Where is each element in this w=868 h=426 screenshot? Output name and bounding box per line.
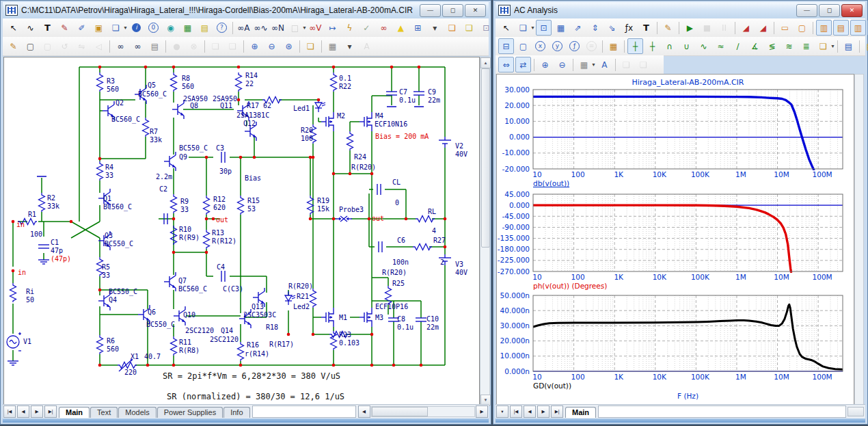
schematic-label[interactable]: BC560_C (138, 90, 167, 98)
schematic-vscrollbar[interactable]: ▲ ▼ (480, 57, 490, 406)
toolbar-button-x[interactable]: ⊡ (536, 20, 552, 36)
toolbar-button-x[interactable]: ▦ (576, 57, 592, 72)
schematic-label[interactable]: 0.1u (397, 323, 413, 331)
schematic-label[interactable]: Bias (245, 174, 261, 182)
schematic-label[interactable]: Q7 (178, 277, 187, 284)
toolbar-button-x[interactable]: ┼ (627, 38, 643, 54)
schematic-label[interactable]: 620 (213, 204, 226, 211)
toolbar-button-xV[interactable]: ∞V (308, 20, 323, 36)
schematic-label[interactable]: BC550_C (109, 288, 137, 296)
toolbar-button-x[interactable]: ≶ (764, 38, 780, 54)
schematic-label[interactable]: BC560_C (178, 285, 207, 293)
schematic-label[interactable]: R15 (247, 197, 260, 204)
schematic-label[interactable]: 2SA1381C (236, 111, 269, 119)
schematic-label[interactable]: R23 (339, 331, 351, 338)
schematic-label[interactable]: R16 (247, 341, 259, 349)
toolbar-button-x[interactable]: ❏ (108, 20, 124, 36)
schematic-label[interactable]: 2SC2120 (185, 327, 214, 334)
toolbar-button-x[interactable]: ▶ (682, 20, 698, 36)
toolbar-button-x[interactable]: ∿ (23, 20, 38, 36)
toolbar-button-x[interactable]: ▤ (147, 38, 163, 54)
page-nav-button[interactable]: ◀ (17, 405, 29, 418)
toolbar-button-x[interactable]: ⇋ (74, 38, 90, 54)
schematic-label[interactable]: R22 (339, 83, 351, 90)
toolbar-button-x[interactable]: ▤ (197, 20, 213, 36)
toolbar-button-x[interactable]: ≡ (584, 38, 599, 54)
schematic-label[interactable]: 560 (182, 83, 194, 90)
schematic-label[interactable]: in (18, 269, 26, 276)
schematic-label[interactable]: C9 (428, 88, 436, 96)
toolbar-button-x[interactable]: ◢ (738, 20, 754, 36)
schematic-label[interactable]: ECF10N16 (375, 120, 407, 128)
toolbar-button-x[interactable]: ⊕ (537, 57, 553, 72)
tab-text[interactable]: Text (90, 407, 118, 418)
schematic-label[interactable]: M1 (339, 314, 347, 321)
schematic-label[interactable]: C10 (426, 315, 439, 323)
toolbar-button-x[interactable]: ✓ (359, 20, 375, 36)
page-nav-button[interactable]: ▶| (44, 405, 57, 418)
schematic-label[interactable]: Probe3 (339, 206, 364, 213)
close-button[interactable]: ✕ (465, 4, 486, 17)
schematic-label[interactable]: R19 (317, 197, 329, 204)
schematic-label[interactable]: 22m (428, 96, 440, 104)
schematic-label[interactable]: BC550_C (146, 321, 175, 329)
schematic-label[interactable]: Q3 (105, 232, 113, 239)
tab-models[interactable]: Models (118, 407, 156, 418)
analysis-plots[interactable]: 30.00020.00010.0000.000-10.000-20.000101… (497, 75, 854, 410)
toolbar-button-II[interactable]: II (716, 20, 732, 36)
toolbar-button-x[interactable]: ∪ (679, 38, 694, 54)
minimize-button[interactable]: — (796, 4, 817, 17)
schematic-label[interactable]: 47p (51, 247, 63, 254)
toolbar-button-x[interactable]: ▦ (325, 38, 340, 54)
page-nav-button[interactable]: |◀ (510, 405, 522, 418)
schematic-label[interactable]: C(C3) (223, 285, 243, 293)
schematic-label[interactable]: BC560_C (111, 116, 140, 124)
schematic-label[interactable]: R(R20) (351, 163, 376, 171)
toolbar-button-x[interactable]: ↦ (325, 20, 340, 36)
schematic-label[interactable]: Q12 (243, 120, 256, 127)
schematic-label[interactable]: Bias = 200 mA (375, 133, 429, 140)
toolbar-button-x[interactable]: ❏ (515, 20, 531, 36)
schematic-label[interactable]: SR = 2pi*f*Vm = 6,28*2*30 = 380 V/uS (163, 371, 340, 381)
hscroll-left-button[interactable]: ◀ (358, 405, 370, 418)
schematic-label[interactable]: out (372, 215, 384, 222)
tab-main[interactable]: Main (565, 407, 596, 418)
schematic-label[interactable]: R20 (301, 127, 313, 134)
schematic-label[interactable]: R(R9) (179, 234, 200, 241)
schematic-label[interactable]: RL (428, 208, 436, 215)
schematic-label[interactable]: R(R20) (288, 282, 313, 290)
schematic-drawing[interactable]: R3560Q5BC560_CQ2BC560_CR733kR433Q1BC560_… (4, 57, 477, 403)
schematic-label[interactable]: 2 (440, 258, 444, 266)
schematic-label[interactable]: R6 (107, 337, 115, 345)
hscroll-stub[interactable] (847, 407, 864, 416)
toolbar-button-A[interactable]: A (359, 38, 375, 54)
toolbar-button-x[interactable]: ↖ (5, 20, 21, 36)
schematic-label[interactable]: 0 (395, 199, 399, 207)
schematic-label[interactable]: X1 (131, 353, 139, 360)
schematic-label[interactable]: R9 (180, 198, 189, 205)
schematic-label[interactable]: 40.7 (144, 353, 161, 360)
toolbar-button-A[interactable]: A (597, 57, 612, 72)
toolbar-button-x[interactable]: ◉ (163, 20, 178, 36)
toolbar-button-x[interactable]: ▤ (841, 38, 856, 54)
schematic-label[interactable]: V1 (23, 338, 31, 345)
schematic-label[interactable]: Q11 (220, 102, 232, 109)
schematic-label[interactable]: Led1 (293, 105, 310, 112)
waveform-expression-label[interactable]: db(v(out)) (533, 179, 569, 187)
toolbar-button-x[interactable]: ∞ (130, 38, 146, 54)
schematic-label[interactable]: 22 (245, 80, 254, 88)
toolbar-button-x[interactable]: ◢ (755, 20, 771, 36)
schematic-label[interactable]: 40V (455, 150, 467, 158)
schematic-label[interactable]: Q1 (103, 195, 111, 202)
schematic-label[interactable]: BC550_C (179, 144, 208, 152)
schematic-label[interactable]: 50 (26, 296, 34, 304)
schematic-label[interactable]: R(R12) (212, 237, 236, 245)
schematic-label[interactable]: Q13 (252, 303, 264, 310)
schematic-label[interactable]: Led2 (293, 303, 310, 310)
schematic-label[interactable]: R21 (297, 293, 309, 300)
toolbar-button-x[interactable]: ⊖ (554, 57, 570, 72)
toolbar-button-x[interactable]: ≋ (781, 38, 797, 54)
schematic-label[interactable]: R(R20) (382, 269, 407, 276)
schematic-label[interactable]: C2 (159, 185, 167, 193)
schematic-label[interactable]: R10 (179, 226, 191, 233)
